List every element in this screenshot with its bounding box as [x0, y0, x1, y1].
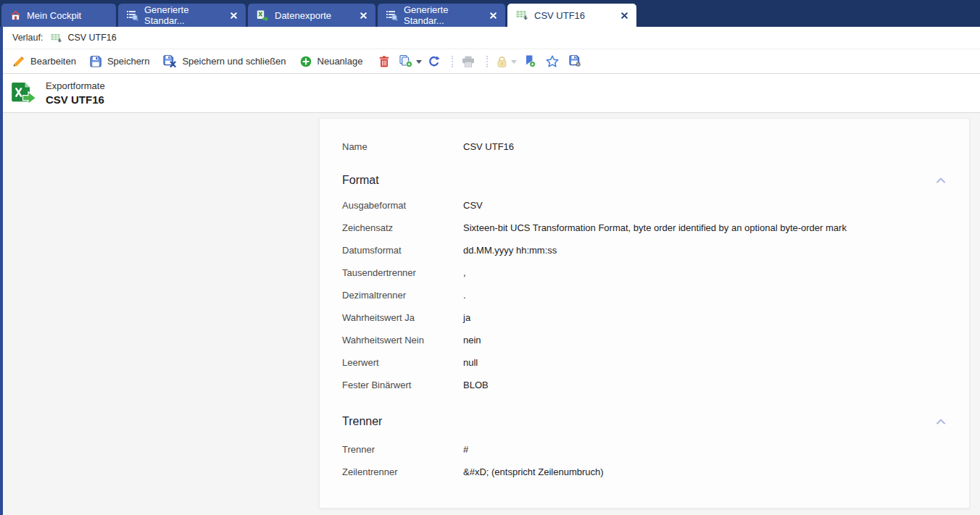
tab-label: Generierte Standar...: [144, 4, 225, 26]
home-icon: [10, 10, 21, 20]
tab-generierte-standard-1[interactable]: Generierte Standar...: [118, 4, 246, 27]
save-settings-icon: [569, 55, 581, 67]
tab-label: Mein Cockpit: [27, 10, 81, 21]
chevron-up-icon: [936, 419, 946, 424]
detail-panel: Name CSV UTF16 Format Ausgabeformat CSV: [319, 118, 970, 508]
field-label: Wahrheitswert Ja: [342, 312, 463, 323]
edit-pencil-icon: [12, 56, 25, 67]
save-and-close-button-label: Speichern und schließen: [182, 56, 286, 67]
history-item-csv-utf16[interactable]: CSV UTF16: [51, 33, 116, 43]
save-icon: [90, 56, 101, 67]
copy-dropdown-caret-icon[interactable]: [416, 60, 422, 67]
field-row: Fester Binärwert BLOB: [342, 374, 947, 396]
field-label: Ausgabeformat: [342, 200, 463, 211]
field-label: Zeichensatz: [342, 222, 463, 233]
chevron-up-icon: [936, 177, 946, 183]
save-button[interactable]: Speichern: [90, 56, 150, 67]
field-row: Tausendertrenner ,: [342, 261, 947, 284]
field-label: Tausendertrenner: [342, 267, 463, 278]
delete-trash-icon: [379, 56, 389, 67]
print-icon: [462, 56, 475, 67]
field-row: Trenner #: [342, 438, 947, 461]
field-row: Ausgabeformat CSV: [342, 194, 947, 217]
section-header-format: Format: [342, 171, 947, 190]
field-label: Name: [342, 141, 463, 152]
tab-csv-utf16[interactable]: CSV UTF16: [507, 4, 636, 27]
toolbar: Bearbeiten Speichern: [0, 49, 980, 74]
edit-button-label: Bearbeiten: [30, 56, 76, 67]
tab-close-icon[interactable]: [615, 12, 628, 19]
list-search-icon: [127, 10, 138, 21]
field-value: Sixteen-bit UCS Transformation Format, b…: [463, 222, 847, 233]
field-row: Zeilentrenner &#xD; (entspricht Zeilenum…: [342, 461, 947, 483]
bookmark-button[interactable]: [524, 55, 536, 67]
field-row: Wahrheitswert Nein nein: [342, 329, 947, 351]
tab-mein-cockpit[interactable]: Mein Cockpit: [1, 4, 116, 27]
section-fields-trenner: Trenner # Zeilentrenner &#xD; (entsprich…: [342, 438, 947, 483]
tab-label: CSV UTF16: [534, 10, 585, 21]
record-header-text: Exportformate CSV UTF16: [46, 80, 105, 106]
edit-button[interactable]: Bearbeiten: [12, 56, 76, 67]
refresh-icon: [428, 56, 440, 67]
tab-bar: Mein Cockpit Generierte Standar...: [0, 0, 980, 27]
copy-record-button[interactable]: [399, 55, 422, 67]
record-type-label: Exportformate: [46, 80, 105, 93]
save-button-label: Speichern: [107, 56, 150, 67]
field-label: Zeilentrenner: [342, 466, 463, 477]
refresh-button[interactable]: [428, 56, 440, 67]
field-value: nein: [463, 335, 481, 346]
field-label: Datumsformat: [342, 245, 463, 256]
tab-close-icon[interactable]: [225, 12, 237, 19]
tab-generierte-standard-2[interactable]: Generierte Standar...: [378, 4, 505, 27]
new-record-button[interactable]: Neuanlage: [300, 56, 363, 67]
history-bar: Verlauf: CSV UTF16: [0, 27, 980, 49]
export-format-icon: [11, 82, 37, 104]
tab-label: Generierte Standar...: [404, 4, 484, 26]
field-value: .: [463, 290, 466, 301]
collapse-section-button[interactable]: [934, 176, 947, 185]
field-label: Wahrheitswert Nein: [342, 335, 463, 346]
lock-icon: [497, 56, 507, 67]
field-value: #: [463, 444, 468, 455]
print-button[interactable]: [462, 56, 475, 67]
field-value: dd.MM.yyyy hh:mm:ss: [463, 245, 557, 256]
save-and-close-button[interactable]: Speichern und schließen: [163, 55, 286, 67]
field-row: Dezimaltrenner .: [342, 284, 947, 306]
lock-dropdown-caret-icon[interactable]: [511, 60, 517, 67]
toolbar-separator: [486, 56, 488, 67]
tab-close-icon[interactable]: [484, 12, 497, 19]
window-edge-strip: [0, 27, 3, 515]
data-export-icon: [257, 10, 269, 21]
toolbar-separator: [452, 56, 453, 67]
field-row: Datumsformat dd.MM.yyyy hh:mm:ss: [342, 239, 947, 261]
collapse-section-button[interactable]: [934, 417, 947, 426]
field-value: &#xD; (entspricht Zeilenumbruch): [463, 466, 604, 477]
field-label: Fester Binärwert: [342, 380, 463, 390]
section-fields-format: Ausgabeformat CSV Zeichensatz Sixteen-bi…: [342, 194, 947, 396]
field-value: BLOB: [463, 380, 489, 390]
csv-file-icon: [51, 33, 62, 43]
tab-close-icon[interactable]: [354, 12, 367, 19]
list-search-icon: [386, 10, 398, 21]
record-title: CSV UTF16: [46, 93, 105, 106]
field-value: CSV: [463, 200, 483, 211]
history-item-label: CSV UTF16: [67, 33, 116, 43]
field-label: Trenner: [342, 444, 463, 455]
delete-button[interactable]: [379, 56, 389, 67]
save-settings-button[interactable]: [569, 55, 581, 67]
new-record-icon: [300, 56, 312, 67]
tab-label: Datenexporte: [275, 10, 331, 21]
favorite-star-icon: [546, 55, 559, 67]
bookmark-add-icon: [524, 55, 536, 67]
lock-button[interactable]: [497, 56, 517, 67]
field-value: null: [463, 357, 478, 368]
field-row: Leerwert null: [342, 351, 947, 374]
tab-datenexporte[interactable]: Datenexporte: [248, 4, 375, 27]
section-header-trenner: Trenner: [342, 412, 947, 431]
record-header: Exportformate CSV UTF16: [0, 74, 980, 113]
favorite-button[interactable]: [546, 55, 559, 67]
field-row: Wahrheitswert Ja ja: [342, 306, 947, 329]
new-record-button-label: Neuanlage: [317, 56, 363, 67]
history-label: Verlauf:: [12, 33, 43, 43]
save-and-close-icon: [163, 55, 176, 67]
